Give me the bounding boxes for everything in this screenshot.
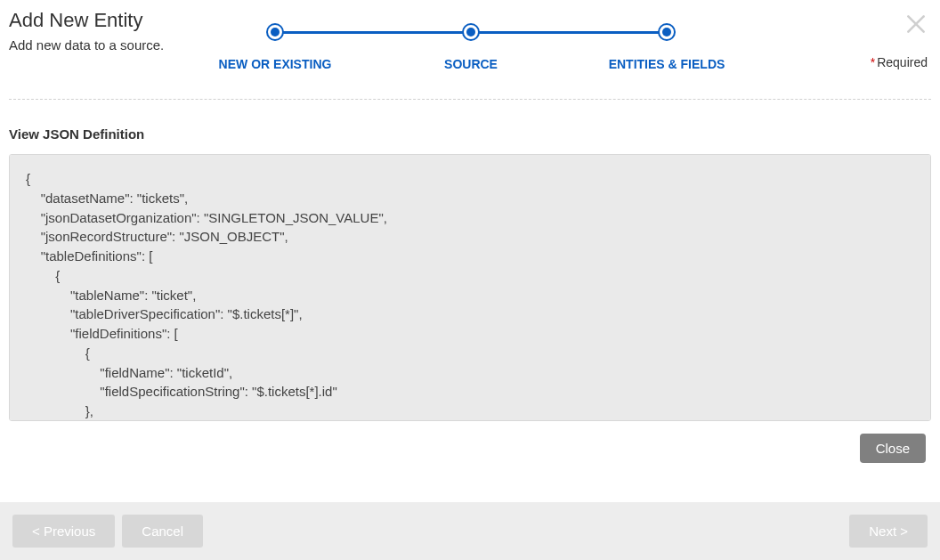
- required-note: *Required: [871, 55, 928, 69]
- previous-button[interactable]: < Previous: [12, 515, 115, 548]
- next-button[interactable]: Next >: [849, 515, 928, 548]
- stepper-line: [471, 31, 663, 34]
- stepper-node-1[interactable]: [266, 23, 284, 41]
- stepper-node-2[interactable]: [462, 23, 480, 41]
- cancel-button[interactable]: Cancel: [122, 515, 203, 548]
- section-divider: [9, 99, 931, 100]
- required-label: Required: [877, 55, 928, 69]
- stepper-label-new-or-existing[interactable]: NEW OR EXISTING: [219, 57, 332, 71]
- stepper-line: [275, 31, 467, 34]
- stepper-label-source[interactable]: SOURCE: [444, 57, 498, 71]
- footer-bar: < Previous Cancel Next >: [0, 502, 940, 560]
- json-definition-box[interactable]: { "datasetName": "tickets", "jsonDataset…: [9, 154, 931, 421]
- progress-stepper: NEW OR EXISTING SOURCE ENTITIES & FIELDS: [228, 23, 709, 57]
- stepper-label-entities-fields[interactable]: ENTITIES & FIELDS: [609, 57, 725, 71]
- stepper-node-3[interactable]: [658, 23, 676, 41]
- required-asterisk: *: [871, 55, 875, 69]
- close-button[interactable]: Close: [860, 434, 926, 463]
- close-icon[interactable]: [904, 12, 928, 39]
- view-json-definition-title: View JSON Definition: [9, 126, 931, 142]
